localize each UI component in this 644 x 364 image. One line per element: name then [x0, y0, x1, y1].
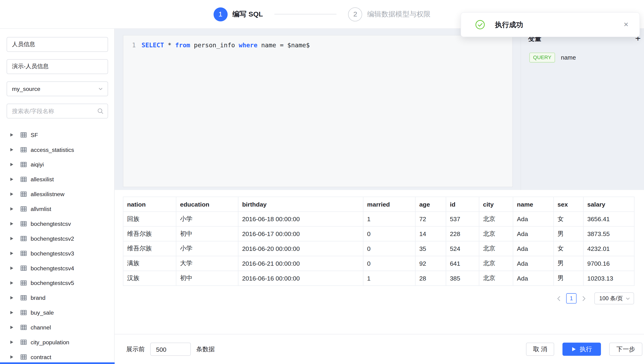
step-2-circle: 2 [348, 7, 362, 21]
tree-item-bochengtestcsv4[interactable]: bochengtestcsv4 [7, 261, 108, 276]
next-page-button[interactable] [580, 293, 588, 303]
table-row: 满族大学2016-06-21 00:00:00092641北京Ada男9700.… [123, 256, 634, 271]
table-cell: 小学 [176, 241, 238, 256]
expand-caret-icon[interactable] [10, 281, 14, 284]
expand-caret-icon[interactable] [10, 355, 14, 359]
expand-caret-icon[interactable] [10, 163, 14, 166]
table-search-input[interactable] [7, 104, 108, 118]
column-header-city: city [479, 197, 513, 212]
next-step-button[interactable]: 下一步 [609, 343, 642, 356]
expand-caret-icon[interactable] [10, 177, 14, 181]
expand-caret-icon[interactable] [10, 296, 14, 299]
row-limit-input[interactable] [150, 343, 191, 356]
table-cell: 满族 [123, 256, 176, 271]
table-cell: 维吾尔族 [123, 227, 176, 241]
table-cell: 初中 [176, 271, 238, 286]
expand-caret-icon[interactable] [10, 252, 14, 255]
stepper-connector-line [274, 14, 336, 14]
success-check-icon [475, 20, 485, 30]
search-icon [97, 108, 104, 114]
sql-token-plain: person_info [190, 42, 239, 49]
table-cell: 北京 [479, 271, 513, 286]
sidebar-scrollbar[interactable] [0, 362, 114, 364]
expand-caret-icon[interactable] [10, 207, 14, 211]
tree-item-channel[interactable]: channel [7, 320, 108, 335]
row-limit-prefix-label: 展示前 [126, 345, 145, 353]
tree-item-aiqiyi[interactable]: aiqiyi [7, 157, 108, 172]
dataset-name-input[interactable] [7, 37, 108, 52]
chevron-left-icon [557, 296, 560, 301]
table-cell: 北京 [479, 227, 513, 241]
tree-item-label: brand [30, 294, 45, 301]
tree-item-SF[interactable]: SF [7, 127, 108, 142]
toast-close-icon[interactable]: ✕ [624, 21, 628, 28]
tree-item-allesxilist[interactable]: allesxilist [7, 172, 108, 187]
table-cell: 1 [363, 271, 415, 286]
expand-caret-icon[interactable] [10, 193, 14, 196]
table-icon [20, 339, 27, 345]
datasource-select[interactable]: my_source [7, 81, 108, 96]
cancel-button[interactable]: 取 消 [526, 343, 554, 356]
expand-caret-icon[interactable] [10, 222, 14, 225]
page-size-value: 100 条/页 [599, 295, 623, 302]
tree-item-access_statistics[interactable]: access_statistics [7, 142, 108, 157]
table-cell: 大学 [176, 256, 238, 271]
step-1-write-sql[interactable]: 1 编写 SQL [214, 7, 263, 21]
toast-message: 执行成功 [495, 20, 523, 30]
expand-caret-icon[interactable] [10, 311, 14, 314]
step-2-edit-model[interactable]: 2 编辑数据模型与权限 [348, 7, 430, 21]
column-header-sex: sex [554, 197, 583, 212]
results-section: nationeducationbirthdaymarriedageidcityn… [114, 190, 644, 334]
table-cell: 9700.16 [583, 256, 634, 271]
table-cell: 2016-06-16 00:00:00 [238, 271, 363, 286]
table-cell: 14 [415, 227, 446, 241]
table-cell: Ada [513, 256, 554, 271]
tree-item-label: bochengtestcsv2 [30, 235, 74, 242]
table-cell: 初中 [176, 227, 238, 241]
table-cell: 2016-06-17 00:00:00 [238, 227, 363, 241]
table-cell: 92 [415, 256, 446, 271]
prev-page-button[interactable] [555, 293, 562, 303]
dataset-display-name-input[interactable] [7, 59, 108, 74]
tree-item-label: allvmlist [30, 206, 51, 212]
sql-code-line: 1 SELECT * from person_info where name =… [132, 41, 512, 50]
sql-token-plain: * [164, 42, 175, 49]
execute-button[interactable]: 执行 [562, 343, 601, 356]
column-header-married: married [363, 197, 415, 212]
tree-item-bochengtestcsv[interactable]: bochengtestcsv [7, 216, 108, 231]
expand-caret-icon[interactable] [10, 133, 14, 136]
tree-item-brand[interactable]: brand [7, 290, 108, 305]
expand-caret-icon[interactable] [10, 237, 14, 240]
expand-caret-icon[interactable] [10, 148, 14, 151]
current-page-button[interactable]: 1 [566, 293, 577, 303]
table-icon [20, 265, 27, 271]
table-cell: 524 [446, 241, 479, 256]
table-icon [20, 191, 27, 197]
table-cell: 72 [415, 212, 446, 227]
variable-item[interactable]: QUERY name [530, 53, 644, 63]
page-size-select[interactable]: 100 条/页 [594, 292, 634, 304]
tree-item-buy_sale[interactable]: buy_sale [7, 305, 108, 320]
sql-editor-area: 1 SELECT * from person_info where name =… [114, 29, 520, 190]
table-cell: Ada [513, 227, 554, 241]
sql-editor[interactable]: 1 SELECT * from person_info where name =… [123, 35, 513, 187]
expand-caret-icon[interactable] [10, 340, 14, 344]
tree-item-allesxilistnew[interactable]: allesxilistnew [7, 187, 108, 202]
dataset-sql-editor-page: 1 编写 SQL 2 编辑数据模型与权限 my_source SF [0, 0, 644, 364]
tree-item-bochengtestcsv5[interactable]: bochengtestcsv5 [7, 276, 108, 290]
tree-item-contract[interactable]: contract [7, 350, 108, 364]
sql-token-plain: name = $name$ [258, 42, 310, 49]
expand-caret-icon[interactable] [10, 267, 14, 270]
tree-item-allvmlist[interactable]: allvmlist [7, 202, 108, 216]
play-icon [571, 347, 576, 351]
table-cell: Ada [513, 271, 554, 286]
tree-item-label: channel [30, 324, 51, 331]
expand-caret-icon[interactable] [10, 326, 14, 329]
table-row: 回族小学2016-06-18 00:00:00172537北京Ada女3656.… [123, 212, 634, 227]
editor-section: 1 SELECT * from person_info where name =… [114, 29, 644, 190]
table-cell: 2016-06-20 00:00:00 [238, 241, 363, 256]
tree-item-city_population[interactable]: city_population [7, 335, 108, 350]
tree-item-label: aiqiyi [30, 161, 44, 168]
tree-item-bochengtestcsv2[interactable]: bochengtestcsv2 [7, 231, 108, 246]
tree-item-bochengtestcsv3[interactable]: bochengtestcsv3 [7, 246, 108, 261]
